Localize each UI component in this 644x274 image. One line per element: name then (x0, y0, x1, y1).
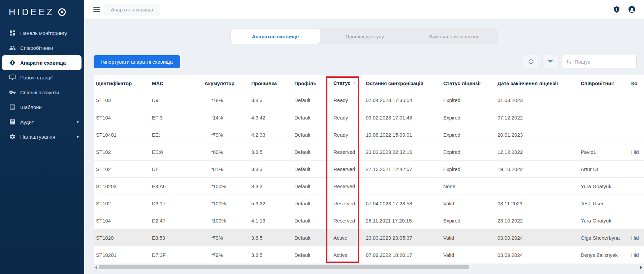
cell-expiry: 20.01.2023 (497, 132, 581, 138)
refresh-icon (527, 58, 534, 65)
cell-emp: Test_User (581, 201, 631, 206)
cell-lic: Valid (443, 252, 497, 258)
column-header-firmware[interactable]: Прошивка (251, 80, 294, 86)
battery-percent: 100% (213, 183, 226, 189)
breadcrumb[interactable]: Апаратні сховища (104, 4, 160, 15)
cell-lic: Expired (443, 132, 497, 138)
cell-firmware: 3.3.3 (251, 183, 294, 189)
settings-icon (9, 133, 16, 140)
cell-id: ST1020 (96, 235, 152, 241)
cell-battery: 79% (204, 132, 251, 138)
column-header-profile[interactable]: Профіль (294, 80, 333, 86)
import-vaults-button[interactable]: Імпортувати апаратні сховища (94, 55, 180, 68)
sidebar-item-label: Спільні аккаунти (20, 90, 59, 95)
cell-mac: D3:17 (152, 201, 204, 206)
cell-expiry: 23.10.2022 (497, 218, 581, 224)
column-header-emp[interactable]: Співробітник (581, 80, 631, 86)
column-header-lic[interactable]: Статус ліцензії (443, 80, 497, 86)
table-tools (523, 55, 637, 68)
people-icon (9, 44, 16, 51)
cell-sync: 23.03.2023 23:05:37 (366, 235, 443, 241)
cell-profile: Default (294, 132, 333, 138)
table-row[interactable]: ST102D3:17100%5.3.32DefaultReserved07.04… (94, 195, 644, 212)
tab-hardware-vault[interactable]: Апаратне сховище (231, 29, 320, 44)
cell-status: Reserved (333, 149, 366, 155)
table-row[interactable]: ST10201D7:3F79%3.8.5DefaultActive07.09.2… (94, 246, 644, 263)
filter-button[interactable] (542, 55, 558, 68)
refresh-button[interactable] (523, 55, 539, 68)
table-row[interactable]: ST104EF:314%4.3.42DefaultReady03.02.2023… (94, 109, 644, 126)
column-header-sync[interactable]: Остання синхронізація (366, 80, 443, 86)
cell-emp: Yura Gnatyuk (581, 218, 631, 224)
cell-extra: Hid (631, 149, 644, 155)
cell-battery: 14% (204, 115, 251, 121)
column-header-id[interactable]: Ідентифікатор (96, 80, 152, 86)
table-row[interactable]: ST1020E8:5379%3.8.5DefaultActive23.03.20… (94, 229, 644, 246)
sidebar-item-label: Аудит (20, 119, 34, 125)
cell-profile: Default (294, 201, 333, 206)
column-header-mac[interactable]: MAC (152, 80, 204, 86)
shield-alert-icon[interactable] (613, 5, 621, 13)
cell-sync: 19.08.2022 15:09:01 (366, 132, 443, 138)
table-row[interactable]: ST10203E3:A6100%3.3.3DefaultReservedNone… (94, 177, 644, 195)
horizontal-scrollbar[interactable] (94, 265, 644, 270)
scroll-left-arrow-icon[interactable] (95, 266, 97, 269)
cell-battery: 100% (204, 183, 251, 189)
cell-battery: 79% (204, 235, 251, 241)
cell-expiry: 19.10.2022 (497, 166, 581, 172)
cell-id: ST10203 (96, 183, 152, 189)
search-icon (566, 59, 572, 65)
sidebar-item-shared-accounts[interactable]: Спільні аккаунти (0, 85, 84, 100)
scroll-right-arrow-icon[interactable] (640, 266, 642, 269)
column-header-status[interactable]: Статус↑ (333, 80, 366, 86)
sidebar-item-workstations[interactable]: Робочі станції (0, 70, 84, 85)
hamburger-menu-icon[interactable] (93, 7, 100, 12)
cell-id: ST103 (96, 97, 152, 103)
battery-percent: 79% (213, 132, 223, 138)
cell-sync: 23.03.2023 22:32:16 (366, 149, 443, 155)
cell-lic: Expired (443, 115, 497, 121)
chevron-down-icon: ▾ (76, 134, 79, 139)
column-header-battery[interactable]: Акумулятор (204, 80, 251, 86)
cell-lic: Expired (443, 166, 497, 172)
cell-sync: 07.04.2023 17:28:58 (366, 201, 443, 206)
sidebar-item-employees[interactable]: Співробітники (0, 40, 84, 55)
table-row[interactable]: ST102DE81%3.8.3DefaultReserved27.10.2021… (94, 160, 644, 177)
chevron-down-icon: ▾ (76, 119, 79, 125)
sidebar-item-audit[interactable]: Аудит▾ (0, 114, 84, 129)
cell-status: Reserved (333, 218, 366, 224)
cell-id: ST104 (96, 115, 152, 121)
cell-firmware: 4.1.13 (251, 218, 294, 224)
sidebar-item-settings[interactable]: Налаштування▾ (0, 129, 84, 144)
templates-icon (9, 104, 16, 110)
sidebar-item-label: Шаблони (20, 104, 42, 110)
cell-profile: Default (294, 235, 333, 241)
sidebar-item-templates[interactable]: Шаблони (0, 100, 84, 114)
battery-percent: 14% (213, 115, 223, 121)
search-box (562, 55, 637, 68)
cell-emp: Denys Zaliznyak (581, 252, 631, 258)
sidebar-item-monitoring-panel[interactable]: Панель моніторингу (0, 26, 84, 40)
column-header-expiry[interactable]: Дата закінчення ліцензії (497, 80, 581, 86)
tab-access-profiles[interactable]: Профілі доступу (320, 28, 409, 44)
cell-mac: E8:53 (152, 235, 204, 241)
sidebar-item-hardware-vaults[interactable]: Апаратні сховища (2, 55, 82, 70)
cell-id: ST104 (96, 218, 152, 224)
column-header-extra[interactable]: Ко (631, 80, 644, 86)
tab-license-orders[interactable]: Замовлення ліцензій (409, 28, 498, 44)
cell-status: Reserved (333, 166, 366, 172)
table-row[interactable]: ST102EE:880%3.8.5DefaultReserved23.03.20… (94, 143, 644, 160)
account-circle-icon[interactable] (628, 5, 636, 13)
scrollbar-thumb[interactable] (99, 265, 469, 269)
table-row[interactable]: ST10401EE:79%4.2.33DefaultReady19.08.202… (94, 126, 644, 143)
cell-profile: Default (294, 252, 333, 258)
cell-id: ST102 (96, 201, 152, 206)
table-row[interactable]: ST103D978%3.8.3DefaultReady07.04.2023 17… (94, 92, 644, 109)
cell-firmware: 4.3.42 (251, 115, 294, 121)
cell-mac: DE (152, 166, 204, 172)
cell-sync: 26.11.2021 17:20:15 (366, 218, 443, 224)
cell-firmware: 3.8.3 (251, 97, 294, 103)
cell-firmware: 3.8.5 (251, 252, 294, 258)
search-input[interactable] (575, 59, 633, 65)
table-row[interactable]: ST104D2:47100%4.1.13DefaultReserved26.11… (94, 212, 644, 229)
